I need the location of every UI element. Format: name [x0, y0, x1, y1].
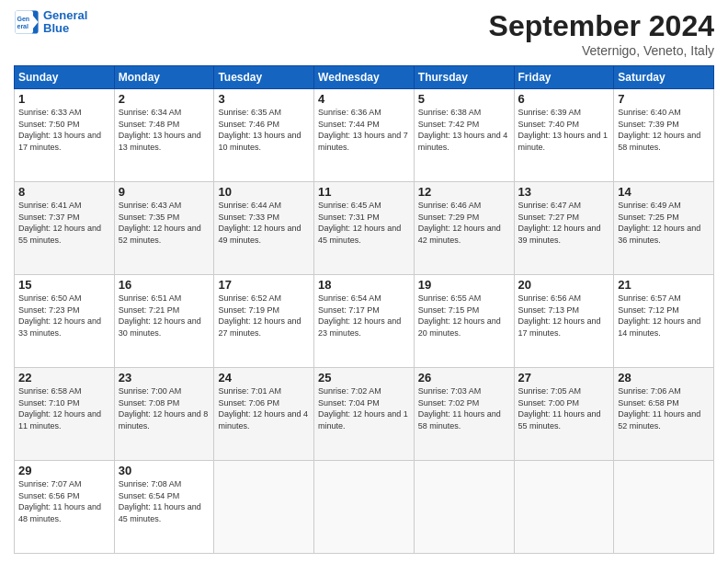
header: Gen eral General Blue September 2024 Vet… [14, 9, 714, 58]
day-info: Sunrise: 6:49 AMSunset: 7:25 PMDaylight:… [618, 200, 710, 246]
day-info: Sunrise: 7:02 AMSunset: 7:04 PMDaylight:… [318, 385, 410, 431]
location: Veternigo, Veneto, Italy [489, 43, 714, 58]
calendar-cell: 6Sunrise: 6:39 AMSunset: 7:40 PMDaylight… [514, 89, 614, 182]
day-info: Sunrise: 7:03 AMSunset: 7:02 PMDaylight:… [418, 385, 510, 431]
calendar-cell: 4Sunrise: 6:36 AMSunset: 7:44 PMDaylight… [314, 89, 415, 182]
day-info: Sunrise: 6:36 AMSunset: 7:44 PMDaylight:… [318, 107, 410, 153]
weekday-header-row: Sunday Monday Tuesday Wednesday Thursday… [15, 66, 714, 89]
day-info: Sunrise: 6:39 AMSunset: 7:40 PMDaylight:… [518, 107, 610, 153]
svg-rect-2 [15, 11, 33, 34]
calendar-cell: 23Sunrise: 7:00 AMSunset: 7:08 PMDayligh… [114, 368, 214, 461]
day-number: 24 [218, 371, 310, 385]
calendar-week-row: 8Sunrise: 6:41 AMSunset: 7:37 PMDaylight… [15, 182, 714, 275]
day-info: Sunrise: 7:08 AMSunset: 6:54 PMDaylight:… [119, 478, 210, 524]
calendar-cell: 17Sunrise: 6:52 AMSunset: 7:19 PMDayligh… [214, 275, 314, 368]
calendar-cell: 12Sunrise: 6:46 AMSunset: 7:29 PMDayligh… [414, 182, 514, 275]
calendar-cell: 3Sunrise: 6:35 AMSunset: 7:46 PMDaylight… [214, 89, 314, 182]
header-saturday: Saturday [614, 66, 714, 89]
day-info: Sunrise: 6:38 AMSunset: 7:42 PMDaylight:… [418, 107, 510, 153]
day-number: 19 [418, 278, 510, 292]
day-number: 11 [318, 185, 410, 199]
day-number: 22 [18, 371, 110, 385]
calendar-cell: 14Sunrise: 6:49 AMSunset: 7:25 PMDayligh… [614, 182, 714, 275]
calendar-week-row: 15Sunrise: 6:50 AMSunset: 7:23 PMDayligh… [15, 275, 714, 368]
calendar-cell: 2Sunrise: 6:34 AMSunset: 7:48 PMDaylight… [114, 89, 214, 182]
calendar-cell: 26Sunrise: 7:03 AMSunset: 7:02 PMDayligh… [414, 368, 514, 461]
day-info: Sunrise: 6:54 AMSunset: 7:17 PMDaylight:… [318, 293, 410, 339]
day-number: 10 [218, 185, 310, 199]
day-number: 2 [119, 92, 210, 106]
page: Gen eral General Blue September 2024 Vet… [0, 0, 728, 563]
calendar-cell: 15Sunrise: 6:50 AMSunset: 7:23 PMDayligh… [15, 275, 115, 368]
day-info: Sunrise: 6:44 AMSunset: 7:33 PMDaylight:… [218, 200, 310, 246]
logo: Gen eral General Blue [14, 9, 87, 36]
logo-text: General Blue [43, 9, 87, 36]
calendar-cell: 22Sunrise: 6:58 AMSunset: 7:10 PMDayligh… [15, 368, 115, 461]
day-number: 12 [418, 185, 510, 199]
day-info: Sunrise: 6:43 AMSunset: 7:35 PMDaylight:… [119, 200, 210, 246]
header-friday: Friday [514, 66, 614, 89]
day-number: 3 [218, 92, 310, 106]
calendar-cell: 10Sunrise: 6:44 AMSunset: 7:33 PMDayligh… [214, 182, 314, 275]
day-info: Sunrise: 6:47 AMSunset: 7:27 PMDaylight:… [518, 200, 610, 246]
calendar-cell [614, 461, 714, 554]
day-info: Sunrise: 6:52 AMSunset: 7:19 PMDaylight:… [218, 293, 310, 339]
calendar: Sunday Monday Tuesday Wednesday Thursday… [14, 65, 714, 554]
day-number: 18 [318, 278, 410, 292]
day-number: 23 [119, 371, 210, 385]
logo-icon: Gen eral [14, 9, 40, 35]
day-number: 1 [18, 92, 110, 106]
day-info: Sunrise: 7:00 AMSunset: 7:08 PMDaylight:… [119, 385, 210, 431]
calendar-cell: 11Sunrise: 6:45 AMSunset: 7:31 PMDayligh… [314, 182, 415, 275]
day-number: 8 [18, 185, 110, 199]
day-info: Sunrise: 6:58 AMSunset: 7:10 PMDaylight:… [18, 385, 110, 431]
calendar-cell: 27Sunrise: 7:05 AMSunset: 7:00 PMDayligh… [514, 368, 614, 461]
calendar-cell: 18Sunrise: 6:54 AMSunset: 7:17 PMDayligh… [314, 275, 415, 368]
day-info: Sunrise: 6:55 AMSunset: 7:15 PMDaylight:… [418, 293, 510, 339]
calendar-cell: 7Sunrise: 6:40 AMSunset: 7:39 PMDaylight… [614, 89, 714, 182]
day-info: Sunrise: 6:50 AMSunset: 7:23 PMDaylight:… [18, 293, 110, 339]
day-number: 20 [518, 278, 610, 292]
day-number: 13 [518, 185, 610, 199]
day-number: 7 [618, 92, 710, 106]
header-wednesday: Wednesday [314, 66, 415, 89]
day-info: Sunrise: 6:51 AMSunset: 7:21 PMDaylight:… [119, 293, 210, 339]
title-block: September 2024 Veternigo, Veneto, Italy [489, 9, 714, 58]
day-info: Sunrise: 6:34 AMSunset: 7:48 PMDaylight:… [119, 107, 210, 153]
calendar-cell: 19Sunrise: 6:55 AMSunset: 7:15 PMDayligh… [414, 275, 514, 368]
day-info: Sunrise: 6:41 AMSunset: 7:37 PMDaylight:… [18, 200, 110, 246]
calendar-cell: 28Sunrise: 7:06 AMSunset: 6:58 PMDayligh… [614, 368, 714, 461]
header-thursday: Thursday [414, 66, 514, 89]
day-number: 17 [218, 278, 310, 292]
header-tuesday: Tuesday [214, 66, 314, 89]
header-monday: Monday [114, 66, 214, 89]
calendar-cell: 8Sunrise: 6:41 AMSunset: 7:37 PMDaylight… [15, 182, 115, 275]
day-info: Sunrise: 6:35 AMSunset: 7:46 PMDaylight:… [218, 107, 310, 153]
day-info: Sunrise: 7:05 AMSunset: 7:00 PMDaylight:… [518, 385, 610, 431]
day-info: Sunrise: 7:07 AMSunset: 6:56 PMDaylight:… [18, 478, 110, 524]
day-number: 4 [318, 92, 410, 106]
day-number: 14 [618, 185, 710, 199]
calendar-cell: 13Sunrise: 6:47 AMSunset: 7:27 PMDayligh… [514, 182, 614, 275]
day-number: 25 [318, 371, 410, 385]
day-number: 9 [119, 185, 210, 199]
day-info: Sunrise: 6:46 AMSunset: 7:29 PMDaylight:… [418, 200, 510, 246]
day-number: 28 [618, 371, 710, 385]
calendar-week-row: 22Sunrise: 6:58 AMSunset: 7:10 PMDayligh… [15, 368, 714, 461]
day-number: 16 [119, 278, 210, 292]
calendar-cell: 25Sunrise: 7:02 AMSunset: 7:04 PMDayligh… [314, 368, 415, 461]
calendar-cell: 30Sunrise: 7:08 AMSunset: 6:54 PMDayligh… [114, 461, 214, 554]
calendar-cell: 21Sunrise: 6:57 AMSunset: 7:12 PMDayligh… [614, 275, 714, 368]
calendar-table: Sunday Monday Tuesday Wednesday Thursday… [14, 65, 714, 554]
calendar-cell: 1Sunrise: 6:33 AMSunset: 7:50 PMDaylight… [15, 89, 115, 182]
calendar-cell: 9Sunrise: 6:43 AMSunset: 7:35 PMDaylight… [114, 182, 214, 275]
day-number: 26 [418, 371, 510, 385]
calendar-cell: 24Sunrise: 7:01 AMSunset: 7:06 PMDayligh… [214, 368, 314, 461]
calendar-cell [414, 461, 514, 554]
header-sunday: Sunday [15, 66, 115, 89]
svg-text:eral: eral [17, 23, 29, 29]
day-number: 27 [518, 371, 610, 385]
calendar-week-row: 29Sunrise: 7:07 AMSunset: 6:56 PMDayligh… [15, 461, 714, 554]
month-title: September 2024 [489, 9, 714, 43]
calendar-cell [214, 461, 314, 554]
